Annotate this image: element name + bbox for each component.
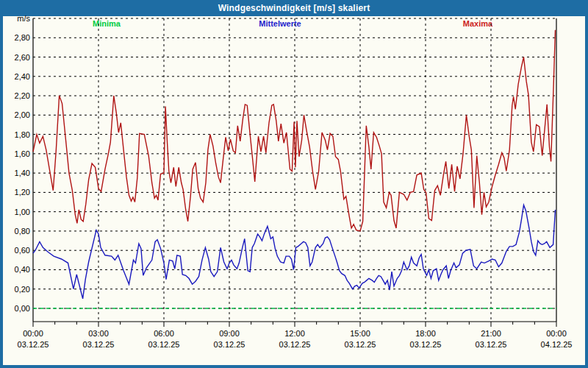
x-tick-date-label: 03.12.25 (214, 340, 245, 349)
y-tick-label: 0,00 (4, 304, 30, 313)
y-tick-label: 0,40 (4, 265, 30, 274)
x-tick-date-label: 03.12.25 (148, 340, 180, 349)
y-tick-label: 1,00 (4, 208, 30, 216)
x-tick-date-label: 03.12.25 (345, 340, 376, 349)
y-tick-label: 1,60 (4, 149, 30, 158)
y-tick-label: 2,00 (4, 110, 30, 119)
y-tick-label: 0,60 (4, 246, 30, 255)
y-tick-label: 1,40 (4, 169, 30, 177)
x-tick-time-label: 09:00 (219, 329, 240, 338)
app-window: Windgeschwindigkeit [m/s] skaliert Minim… (0, 0, 588, 368)
x-tick-date-label: 03.12.25 (18, 340, 49, 349)
x-tick-time-label: 00:00 (23, 329, 43, 338)
series-maxima-line (33, 30, 556, 231)
y-tick-label: 2,60 (4, 53, 30, 62)
series-mittelwerte-line (33, 205, 556, 299)
x-tick-time-label: 21:00 (481, 329, 501, 338)
x-tick-date-label: 04.12.25 (541, 340, 573, 349)
x-tick-time-label: 06:00 (154, 329, 174, 338)
y-tick-label: 0,20 (4, 285, 30, 294)
x-tick-time-label: 03:00 (88, 329, 109, 338)
x-tick-time-label: 15:00 (350, 329, 370, 338)
y-tick-label: 0,80 (4, 227, 30, 236)
y-tick-label: 1,20 (4, 188, 30, 197)
y-tick-label: 2,80 (4, 33, 30, 42)
x-tick-time-label: 12:00 (284, 329, 305, 338)
x-tick-time-label: 00:00 (546, 329, 567, 338)
x-tick-time-label: 18:00 (415, 329, 436, 338)
y-axis-unit-label: m/s (4, 14, 30, 23)
x-tick-date-label: 03.12.25 (410, 340, 442, 349)
x-tick-date-label: 03.12.25 (476, 340, 507, 349)
y-tick-label: 1,80 (4, 130, 30, 139)
x-tick-date-label: 03.12.25 (83, 340, 115, 349)
y-tick-label: 2,20 (4, 91, 30, 100)
y-tick-label: 2,40 (4, 72, 30, 81)
plot-area: 0,000,200,400,600,801,001,201,401,601,80… (0, 0, 588, 352)
chart-canvas (0, 0, 588, 352)
x-tick-date-label: 03.12.25 (279, 340, 311, 349)
